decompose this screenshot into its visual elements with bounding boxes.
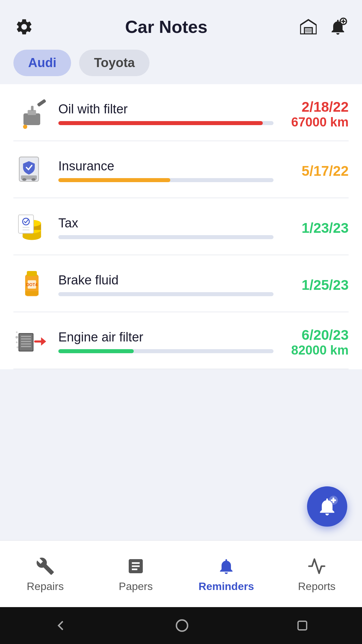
reminders-list: Oil with filter 2/18/22 67000 km — [0, 84, 362, 369]
reminder-icon-oil — [13, 95, 50, 132]
nav-reminders[interactable]: Reminders — [181, 541, 272, 607]
svg-point-36 — [329, 496, 338, 505]
reminder-date-wrap-engine-air-filter: 6/20/23 82000 km — [282, 326, 349, 358]
svg-rect-4 — [23, 113, 40, 125]
svg-rect-21 — [27, 271, 37, 276]
svg-rect-24 — [25, 291, 39, 296]
bottom-nav: Repairs Papers Reminders Reports — [0, 540, 362, 607]
svg-point-37 — [176, 620, 187, 631]
reminder-date-wrap-brake-fluid: 1/25/23 — [282, 276, 349, 293]
svg-point-34 — [16, 346, 18, 348]
nav-repairs[interactable]: Repairs — [0, 541, 90, 607]
reminder-km-engine-air-filter: 82000 km — [291, 343, 349, 358]
tab-audi[interactable]: Audi — [13, 50, 71, 76]
back-button[interactable] — [52, 617, 69, 634]
reminders-label: Reminders — [198, 580, 254, 593]
progress-bar-oil — [58, 121, 274, 125]
reminder-date-insurance: 5/17/22 — [302, 162, 349, 179]
reminder-name-insurance: Insurance — [58, 159, 274, 173]
nav-reports[interactable]: Reports — [272, 541, 362, 607]
svg-point-7 — [23, 125, 27, 129]
reminder-date-brake-fluid: 1/25/23 — [302, 276, 349, 293]
header-actions — [298, 16, 349, 38]
reminder-date-engine-air-filter: 6/20/23 — [302, 326, 349, 343]
svg-rect-18 — [18, 215, 34, 233]
progress-bar-insurance — [58, 178, 274, 182]
papers-icon — [125, 555, 146, 577]
home-button[interactable] — [174, 617, 190, 634]
svg-point-33 — [16, 341, 18, 343]
reminder-content-insurance: Insurance — [50, 159, 282, 182]
reminder-name-brake-fluid: Brake fluid — [58, 273, 274, 287]
papers-label: Papers — [119, 580, 153, 593]
car-tabs: Audi Toyota — [0, 44, 362, 84]
add-reminder-header-icon[interactable] — [327, 16, 349, 38]
reminder-item-brake-fluid[interactable]: DOT4 Brake fluid 1/25/23 — [0, 255, 362, 312]
reminder-icon-engine-air-filter — [13, 323, 50, 360]
svg-text:DOT4: DOT4 — [26, 282, 37, 287]
reminder-icon-insurance — [13, 152, 50, 189]
reports-icon — [306, 555, 327, 577]
reminder-content-brake-fluid: Brake fluid — [50, 273, 282, 296]
add-reminder-fab[interactable] — [307, 486, 347, 527]
android-nav-bar — [0, 607, 362, 644]
reminder-name-engine-air-filter: Engine air filter — [58, 330, 274, 344]
repairs-icon — [35, 555, 56, 577]
header: Car Notes — [0, 0, 362, 44]
reminder-date-wrap-tax: 1/23/23 — [282, 219, 349, 236]
reports-label: Reports — [298, 580, 336, 593]
reminder-item-insurance[interactable]: Insurance 5/17/22 — [0, 141, 362, 198]
reminder-date-oil: 2/18/22 — [302, 98, 349, 115]
progress-bar-engine-air-filter — [58, 349, 274, 353]
reminder-date-wrap-insurance: 5/17/22 — [282, 162, 349, 179]
tab-toyota[interactable]: Toyota — [79, 50, 149, 76]
svg-rect-6 — [31, 106, 34, 111]
reminder-item-oil[interactable]: Oil with filter 2/18/22 67000 km — [0, 84, 362, 141]
settings-icon[interactable] — [13, 16, 35, 38]
reminder-icon-brake-fluid: DOT4 — [13, 266, 50, 303]
reminder-icon-tax — [13, 209, 50, 246]
progress-bar-tax — [58, 235, 274, 239]
reminder-date-tax: 1/23/23 — [302, 219, 349, 236]
reminders-icon — [216, 555, 237, 577]
svg-rect-8 — [37, 99, 46, 107]
reminder-content-engine-air-filter: Engine air filter — [50, 330, 282, 353]
svg-point-11 — [22, 178, 26, 181]
recents-button[interactable] — [295, 618, 310, 633]
garage-icon[interactable] — [298, 16, 319, 38]
reminder-item-engine-air-filter[interactable]: Engine air filter 6/20/23 82000 km — [0, 312, 362, 369]
reminder-km-oil: 67000 km — [291, 115, 349, 129]
app-title: Car Notes — [35, 17, 298, 37]
svg-rect-38 — [298, 621, 307, 630]
reminder-content-oil: Oil with filter — [50, 102, 282, 125]
reminder-item-tax[interactable]: Tax 1/23/23 — [0, 198, 362, 255]
nav-papers[interactable]: Papers — [90, 541, 181, 607]
svg-point-12 — [32, 178, 36, 181]
reminder-content-tax: Tax — [50, 216, 282, 239]
svg-point-2 — [305, 29, 312, 32]
reminder-name-oil: Oil with filter — [58, 102, 274, 116]
repairs-label: Repairs — [27, 580, 64, 593]
progress-bar-brake-fluid — [58, 292, 274, 296]
reminder-date-wrap-oil: 2/18/22 67000 km — [282, 98, 349, 129]
svg-point-35 — [16, 331, 18, 333]
divider-engine-air-filter — [13, 369, 349, 369]
reminder-name-tax: Tax — [58, 216, 274, 230]
svg-point-32 — [15, 336, 18, 339]
